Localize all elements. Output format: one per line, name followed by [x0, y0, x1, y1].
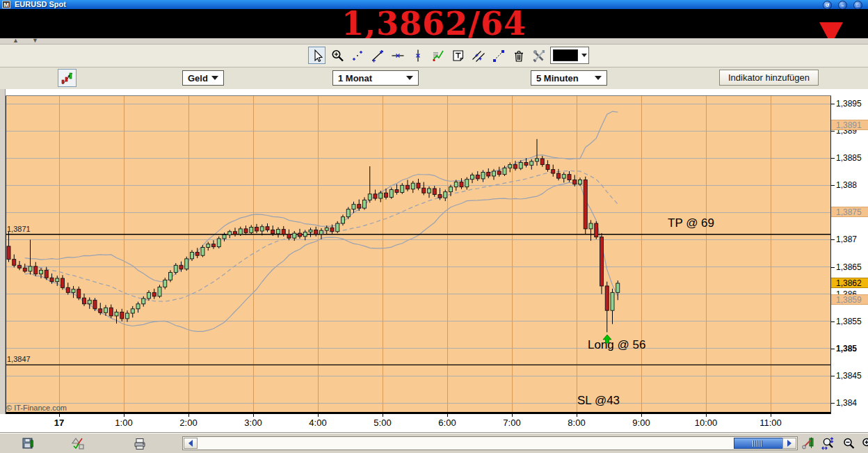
zoom-out-button[interactable]	[840, 436, 857, 451]
bearish-candle	[179, 265, 183, 269]
chart-settings-icon	[801, 436, 816, 451]
bullish-candle	[56, 278, 59, 282]
trendline-icon	[370, 48, 385, 63]
bearish-candle	[460, 182, 463, 187]
candlestick-chart-icon	[60, 70, 75, 86]
bearish-candle	[330, 228, 334, 231]
period-select[interactable]: 1 Monat	[332, 70, 419, 86]
bullish-candle	[325, 228, 328, 230]
time-tick-mark	[577, 414, 577, 417]
bullish-candle	[277, 230, 280, 234]
time-tick-label: 6:00	[426, 418, 468, 428]
time-tick-label: 2:00	[168, 418, 209, 428]
price-chart-canvas[interactable]	[6, 95, 831, 414]
trendline-tool-button[interactable]	[369, 47, 386, 64]
price-tick-mark	[831, 349, 835, 349]
time-tick-mark	[641, 414, 642, 417]
line-color-picker[interactable]	[550, 47, 589, 64]
price-tick-mark	[831, 185, 835, 186]
price-tick-mark	[831, 239, 835, 240]
chart-horizontal-scrollbar[interactable]	[182, 436, 798, 450]
bearish-candle	[195, 252, 199, 255]
time-tick-label: 10:00	[685, 418, 727, 428]
save-button[interactable]	[19, 436, 36, 451]
bullish-candle	[293, 233, 296, 238]
time-axis[interactable]: 171:002:003:004:005:006:007:008:009:0010…	[0, 414, 868, 433]
bearish-candle	[373, 194, 377, 198]
print-button[interactable]	[131, 436, 147, 451]
price-type-select[interactable]: Geld	[182, 70, 224, 86]
bearish-candle	[385, 193, 388, 197]
text-tool-button[interactable]	[449, 47, 467, 64]
save-icon	[21, 436, 35, 451]
bearish-candle	[584, 180, 587, 228]
vertical-line-tool-button[interactable]	[409, 47, 426, 64]
bearish-candle	[93, 300, 97, 309]
chart-background	[6, 95, 831, 414]
collapse-up-icon[interactable]: ▲	[13, 37, 19, 44]
bearish-candle	[314, 230, 318, 234]
bearish-candle	[298, 233, 302, 237]
point-tool-button[interactable]	[348, 47, 366, 64]
delete-tool-button[interactable]	[510, 47, 527, 64]
zoom-in-button[interactable]	[859, 436, 868, 451]
chevron-down-icon	[595, 76, 602, 80]
toolbar-collapse-strip[interactable]: ▲ ▼	[0, 38, 868, 45]
chart-left-gutter	[0, 89, 6, 414]
scroll-right-button[interactable]	[782, 438, 796, 449]
zoom-tool-button[interactable]	[328, 47, 346, 64]
vertical-line-icon	[410, 48, 426, 63]
scrollbar-thumb[interactable]	[734, 438, 785, 449]
bearish-candle	[433, 189, 436, 195]
chevron-down-icon	[211, 76, 218, 80]
time-tick-mark	[447, 414, 448, 417]
measure-tool-button[interactable]	[490, 47, 507, 64]
price-tick-mark	[831, 104, 835, 104]
horizontal-line-icon	[390, 48, 405, 63]
bullish-candle	[88, 300, 91, 303]
scroll-left-button[interactable]	[184, 438, 198, 449]
bullish-candle	[503, 168, 506, 174]
settings-tool-button[interactable]	[530, 47, 547, 64]
bullish-candle	[320, 230, 323, 234]
settings-icon	[531, 48, 547, 63]
bullish-candle	[40, 270, 43, 273]
add-indicator-button[interactable]: Indikator hinzufügen	[719, 70, 819, 86]
horizontal-line-tool-button[interactable]	[389, 47, 406, 64]
bearish-candle	[417, 183, 420, 188]
stop-loss-annotation[interactable]: SL @43	[577, 394, 620, 408]
take-profit-annotation[interactable]: TP @ 69	[668, 216, 714, 230]
sl-line-price-label[interactable]: 1,3847	[7, 355, 31, 363]
bearish-candle	[487, 173, 490, 176]
zoom-auto-button[interactable]	[819, 436, 836, 451]
bullish-candle	[454, 182, 458, 187]
green-up-arrow-icon	[602, 334, 612, 344]
price-axis[interactable]: 1,38951,3891,38851,3881,38751,3871,38651…	[831, 89, 868, 433]
chart-settings-button[interactable]	[800, 436, 817, 451]
price-tick-label: 1,3895	[836, 99, 862, 109]
bearish-candle	[395, 190, 399, 193]
collapse-down-icon[interactable]: ▼	[32, 37, 38, 44]
bearish-candle	[540, 159, 544, 165]
pointer-tool-button[interactable]	[308, 47, 326, 64]
timeframe-select[interactable]: 5 Minuten	[531, 70, 607, 86]
indicator-note-icon	[431, 48, 446, 63]
chart-type-button[interactable]	[58, 69, 77, 87]
bullish-candle	[589, 223, 593, 229]
quote-banner: 1,3862/64	[0, 9, 868, 38]
parallel-lines-tool-button[interactable]	[469, 47, 487, 64]
drawing-objects-icon	[71, 436, 86, 451]
time-tick-label: 8:00	[556, 418, 597, 428]
long-entry-annotation[interactable]: Long @ 56	[588, 338, 645, 352]
bullish-candle	[158, 287, 161, 296]
print-icon	[132, 436, 147, 451]
bullish-candle	[309, 230, 312, 232]
price-tick-mark	[831, 267, 835, 268]
tp-line-price-label[interactable]: 1,3871	[7, 225, 31, 233]
indicator-note-tool-button[interactable]	[429, 47, 447, 64]
drawing-objects-button[interactable]	[70, 436, 86, 451]
bearish-candle	[524, 162, 528, 165]
bullish-candle	[250, 228, 253, 233]
time-tick-mark	[383, 414, 383, 417]
right-arrow-icon	[787, 440, 791, 447]
